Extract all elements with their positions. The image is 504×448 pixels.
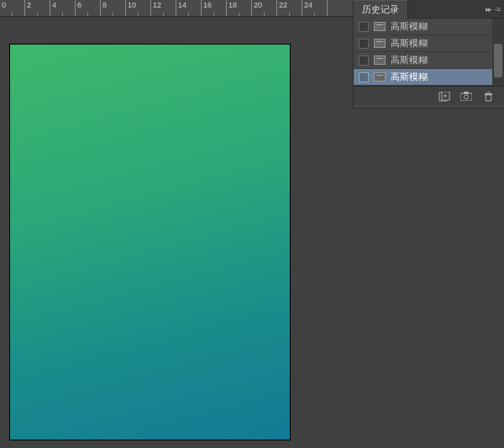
history-footer [354,86,504,106]
history-list: 高斯模糊高斯模糊高斯模糊高斯模糊 [354,18,504,86]
ruler-tick: 14 [176,0,202,16]
collapse-icon[interactable]: ▸▸ [486,5,491,13]
create-document-icon[interactable] [438,92,450,102]
history-step-icon [374,72,386,82]
svg-point-4 [465,95,469,99]
ruler-tick: 24 [302,0,328,16]
history-visibility-toggle[interactable] [359,55,369,66]
history-step-icon [374,55,386,65]
history-visibility-toggle[interactable] [359,72,369,82]
tab-history[interactable]: 历史记录 [354,0,408,18]
ruler-horizontal: 024681012141618202224 [0,0,353,17]
history-visibility-toggle[interactable] [359,39,369,49]
history-item-label: 高斯模糊 [391,37,428,50]
panel-options-icon[interactable]: ·≡ [494,5,501,13]
history-step-icon [374,22,386,31]
history-step-icon [374,39,386,48]
ruler-tick: 18 [227,0,252,16]
history-item[interactable]: 高斯模糊 [354,18,504,35]
ruler-tick: 8 [101,0,126,16]
scroll-thumb[interactable] [494,44,502,77]
scrollbar[interactable] [492,18,504,86]
history-item[interactable]: 高斯模糊 [354,52,504,69]
ruler-tick: 0 [0,0,25,16]
history-visibility-toggle[interactable] [359,22,369,32]
panel-resize-handle[interactable] [354,106,504,109]
history-item[interactable]: 高斯模糊 [354,69,504,86]
ruler-tick: 4 [50,0,76,16]
ruler-tick: 12 [151,0,176,16]
svg-rect-2 [460,93,472,101]
delete-icon[interactable] [482,92,494,102]
panel-tab-bar: 历史记录 ▸▸ ·≡ [354,0,504,18]
history-item-label: 高斯模糊 [391,54,428,66]
canvas-workspace [0,17,353,448]
history-item-label: 高斯模糊 [391,20,428,33]
document-canvas[interactable] [10,45,290,440]
ruler-tick: 22 [277,0,302,16]
ruler-tick: 16 [202,0,227,16]
history-item-label: 高斯模糊 [391,71,428,83]
history-item[interactable]: 高斯模糊 [354,35,504,52]
camera-icon[interactable] [460,92,472,102]
panel-menu: ▸▸ ·≡ [486,5,501,13]
svg-rect-3 [464,92,469,94]
ruler-tick: 10 [126,0,151,16]
history-panel: 历史记录 ▸▸ ·≡ 高斯模糊高斯模糊高斯模糊高斯模糊 [353,0,504,109]
ruler-tick: 20 [252,0,277,16]
ruler-tick: 6 [76,0,101,16]
ruler-tick: 2 [25,0,50,16]
